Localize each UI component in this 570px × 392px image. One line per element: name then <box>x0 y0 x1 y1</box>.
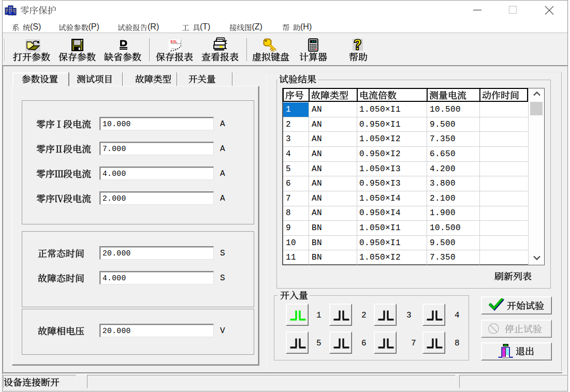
svg-text:EXL: EXL <box>171 40 178 43</box>
